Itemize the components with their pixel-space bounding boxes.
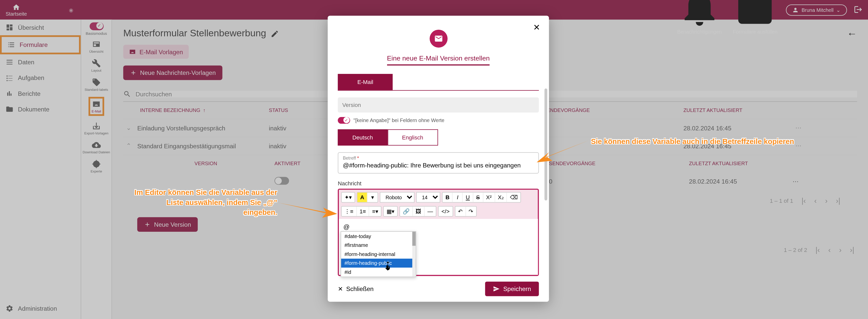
redo-icon[interactable]: ↷ bbox=[466, 206, 476, 216]
code-icon[interactable]: </> bbox=[438, 206, 452, 216]
cursor-pointer-icon bbox=[382, 261, 393, 273]
email-modal: ✕ Eine neue E-Mail Version erstellen E-M… bbox=[328, 15, 549, 301]
table-icon[interactable]: ▦▾ bbox=[384, 206, 397, 216]
annotation-arrow-2 bbox=[537, 140, 593, 167]
hr-icon[interactable]: — bbox=[425, 206, 436, 216]
var-option[interactable]: #id bbox=[341, 267, 415, 277]
annotation-subject: Sie können diese Variable auch in die Be… bbox=[591, 137, 843, 147]
modal-title: Eine neue E-Mail Version erstellen bbox=[387, 54, 490, 65]
modal-close-x[interactable]: ✕ bbox=[533, 23, 540, 33]
editor-toolbar: ✦▾ A▾ Roboto 14 B I U S X² X₂ ⌫ ⋮≡ 1≡ ≡▾ bbox=[339, 190, 538, 219]
modal-close-button[interactable]: ✕ Schließen bbox=[338, 285, 374, 292]
lang-tab-en[interactable]: Englisch bbox=[388, 129, 438, 146]
var-option[interactable]: #date-today bbox=[341, 232, 415, 241]
link-icon[interactable]: 🔗 bbox=[400, 206, 413, 216]
language-tabs: Deutsch Englisch bbox=[338, 129, 539, 146]
text-color-icon[interactable]: A bbox=[357, 193, 367, 202]
font-select[interactable]: Roboto bbox=[380, 192, 415, 202]
var-option-selected[interactable]: #form-heading-public bbox=[341, 259, 415, 268]
strike-icon[interactable]: S bbox=[473, 193, 483, 202]
mail-icon bbox=[434, 34, 443, 43]
bold-icon[interactable]: B bbox=[442, 193, 453, 202]
rich-text-editor: ✦▾ A▾ Roboto 14 B I U S X² X₂ ⌫ ⋮≡ 1≡ ≡▾ bbox=[338, 189, 539, 276]
version-input[interactable] bbox=[338, 97, 539, 113]
superscript-icon[interactable]: X² bbox=[483, 193, 495, 202]
number-list-icon[interactable]: 1≡ bbox=[357, 206, 369, 216]
subject-value: @#form-heading-public: Ihre Bewerbung is… bbox=[343, 162, 534, 169]
var-option[interactable]: #firstname bbox=[341, 241, 415, 250]
lang-tab-de[interactable]: Deutsch bbox=[338, 129, 388, 146]
italic-icon[interactable]: I bbox=[453, 193, 463, 202]
undo-icon[interactable]: ↶ bbox=[455, 206, 466, 216]
magic-icon[interactable]: ✦▾ bbox=[342, 193, 354, 202]
send-icon bbox=[493, 285, 500, 292]
image-icon[interactable]: 🖼 bbox=[413, 206, 425, 216]
annotation-arrow-1 bbox=[278, 200, 340, 222]
align-icon[interactable]: ≡▾ bbox=[369, 206, 381, 216]
subject-field[interactable]: Betreff * @#form-heading-public: Ihre Be… bbox=[338, 152, 539, 173]
email-icon-circle bbox=[430, 30, 447, 47]
var-option[interactable]: #form-heading-internal bbox=[341, 250, 415, 259]
no-value-toggle-row: "[keine Angabe]" bei Feldern ohne Werte bbox=[338, 117, 539, 124]
autocomplete-scrollbar[interactable] bbox=[412, 232, 415, 277]
underline-icon[interactable]: U bbox=[463, 193, 473, 202]
subscript-icon[interactable]: X₂ bbox=[495, 193, 507, 202]
modal-tabs: E-Mail bbox=[338, 74, 539, 91]
close-icon: ✕ bbox=[338, 285, 343, 292]
modal-save-button[interactable]: Speichern bbox=[486, 282, 539, 296]
variable-autocomplete: #date-today #firstname #form-heading-int… bbox=[341, 231, 416, 277]
editor-textarea[interactable]: @ #date-today #firstname #form-heading-i… bbox=[339, 219, 538, 275]
annotation-editor: Im Editor können Sie die Variable aus de… bbox=[132, 188, 277, 218]
no-value-toggle[interactable] bbox=[338, 117, 350, 124]
font-size-select[interactable]: 14 bbox=[416, 192, 440, 202]
text-color-dropdown[interactable]: ▾ bbox=[368, 193, 378, 202]
bullet-list-icon[interactable]: ⋮≡ bbox=[342, 206, 357, 216]
tab-email[interactable]: E-Mail bbox=[338, 74, 393, 90]
message-label: Nachricht bbox=[338, 180, 539, 186]
clear-format-icon[interactable]: ⌫ bbox=[507, 193, 521, 202]
